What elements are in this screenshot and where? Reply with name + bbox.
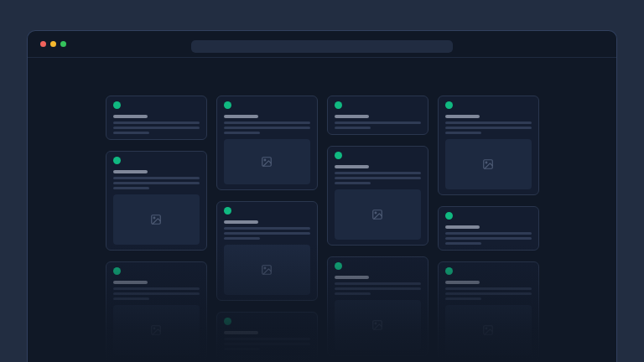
- skeleton-text-line: [445, 232, 532, 235]
- status-dot-icon: [335, 262, 342, 270]
- skeleton-text-line: [113, 297, 149, 300]
- status-dot-icon: [445, 212, 453, 220]
- feed-card[interactable]: [438, 261, 539, 361]
- image-icon: [261, 264, 273, 276]
- image-placeholder: [224, 355, 310, 362]
- skeleton-text-line: [224, 232, 310, 235]
- skeleton-title-line: [113, 170, 148, 173]
- feed-card[interactable]: [438, 96, 539, 195]
- skeleton-text-line: [445, 242, 481, 245]
- image-icon: [371, 209, 383, 220]
- skeleton-text-line: [113, 287, 200, 290]
- status-dot-icon: [445, 101, 453, 109]
- skeleton-title-line: [224, 115, 258, 118]
- image-placeholder: [335, 189, 421, 240]
- title-bar: [28, 31, 616, 58]
- skeleton-text-line: [335, 292, 371, 295]
- skeleton-text-line: [113, 122, 200, 124]
- skeleton-text-line: [445, 237, 532, 240]
- image-placeholder: [113, 305, 200, 355]
- close-button[interactable]: [40, 41, 46, 47]
- maximize-button[interactable]: [60, 41, 66, 47]
- status-dot-icon: [335, 101, 342, 109]
- skeleton-text-line: [445, 127, 532, 129]
- feed-card[interactable]: [438, 206, 539, 251]
- skeleton-text-line: [445, 122, 532, 124]
- skeleton-text-line: [335, 177, 421, 179]
- skeleton-text-line: [335, 282, 421, 285]
- image-placeholder: [224, 139, 310, 184]
- skeleton-text-line: [445, 132, 481, 134]
- skeleton-text-line: [113, 292, 200, 295]
- skeleton-text-line: [113, 177, 200, 179]
- image-placeholder: [445, 305, 532, 355]
- page-content: [28, 59, 616, 362]
- masonry-column-1: [106, 96, 207, 362]
- skeleton-text-line: [445, 297, 481, 300]
- skeleton-text-line: [113, 127, 200, 129]
- skeleton-title-line: [335, 165, 369, 168]
- status-dot-icon: [113, 157, 121, 164]
- masonry-column-4: [438, 96, 539, 362]
- feed-card[interactable]: [327, 256, 428, 356]
- image-icon: [261, 156, 273, 168]
- image-icon: [482, 324, 494, 336]
- skeleton-title-line: [224, 220, 258, 224]
- status-dot-icon: [224, 207, 231, 215]
- skeleton-text-line: [335, 287, 421, 290]
- status-dot-icon: [335, 152, 342, 159]
- feed-card[interactable]: [106, 96, 207, 140]
- status-dot-icon: [113, 101, 121, 109]
- feed-card[interactable]: [216, 201, 318, 301]
- skeleton-text-line: [113, 187, 149, 189]
- feed-card[interactable]: [106, 261, 207, 361]
- skeleton-text-line: [224, 122, 310, 124]
- traffic-lights: [40, 41, 66, 47]
- image-placeholder: [335, 300, 421, 350]
- skeleton-title-line: [335, 276, 369, 279]
- image-icon: [150, 324, 162, 336]
- skeleton-text-line: [224, 343, 310, 345]
- minimize-button[interactable]: [50, 41, 56, 47]
- skeleton-title-line: [224, 331, 258, 334]
- skeleton-text-line: [224, 132, 260, 134]
- feed-card[interactable]: [216, 312, 318, 362]
- feed-card[interactable]: [216, 96, 318, 190]
- image-icon: [371, 319, 383, 331]
- skeleton-text-line: [224, 338, 310, 340]
- skeleton-text-line: [224, 227, 310, 230]
- card-grid: [28, 59, 616, 362]
- skeleton-text-line: [113, 132, 149, 134]
- skeleton-text-line: [335, 172, 421, 174]
- skeleton-title-line: [445, 281, 480, 284]
- skeleton-text-line: [335, 127, 371, 129]
- address-bar[interactable]: [191, 40, 453, 53]
- image-placeholder: [445, 139, 532, 189]
- skeleton-title-line: [445, 225, 480, 229]
- skeleton-text-line: [335, 182, 371, 184]
- skeleton-text-line: [224, 127, 310, 129]
- status-dot-icon: [224, 101, 231, 109]
- image-icon: [482, 158, 494, 170]
- feed-card[interactable]: [327, 96, 428, 135]
- skeleton-text-line: [445, 287, 532, 290]
- image-placeholder: [224, 245, 310, 295]
- skeleton-title-line: [445, 115, 480, 118]
- browser-window: [27, 30, 617, 362]
- skeleton-title-line: [335, 115, 369, 118]
- status-dot-icon: [224, 318, 231, 325]
- skeleton-text-line: [224, 348, 260, 350]
- skeleton-title-line: [113, 281, 148, 284]
- skeleton-text-line: [335, 122, 421, 124]
- masonry-column-2: [216, 96, 318, 362]
- feed-card[interactable]: [106, 151, 207, 251]
- skeleton-text-line: [224, 237, 260, 240]
- image-placeholder: [113, 194, 200, 245]
- skeleton-title-line: [113, 115, 148, 118]
- image-icon: [150, 214, 162, 225]
- masonry-column-3: [327, 96, 428, 362]
- status-dot-icon: [445, 267, 453, 275]
- skeleton-text-line: [445, 292, 532, 295]
- status-dot-icon: [113, 267, 121, 275]
- feed-card[interactable]: [327, 146, 428, 246]
